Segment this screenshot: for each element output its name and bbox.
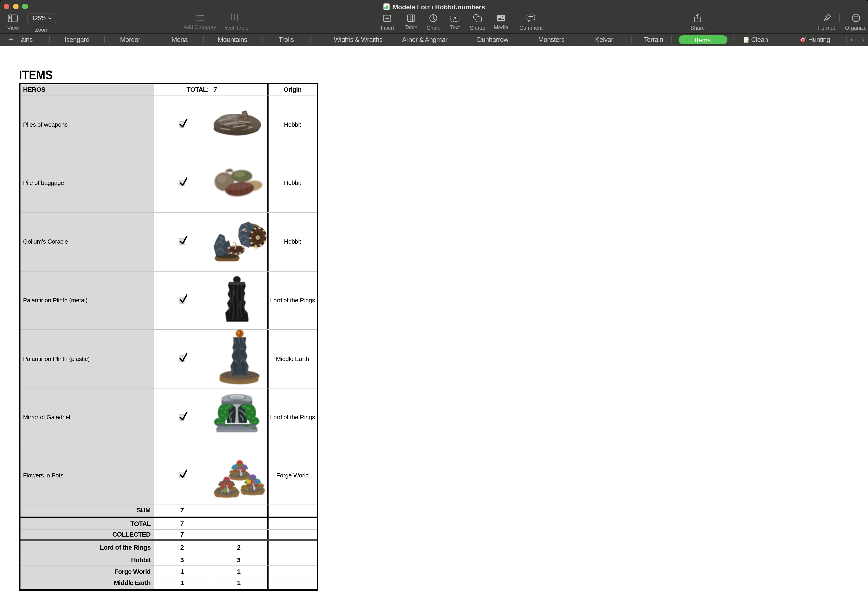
- svg-text:A: A: [453, 16, 457, 21]
